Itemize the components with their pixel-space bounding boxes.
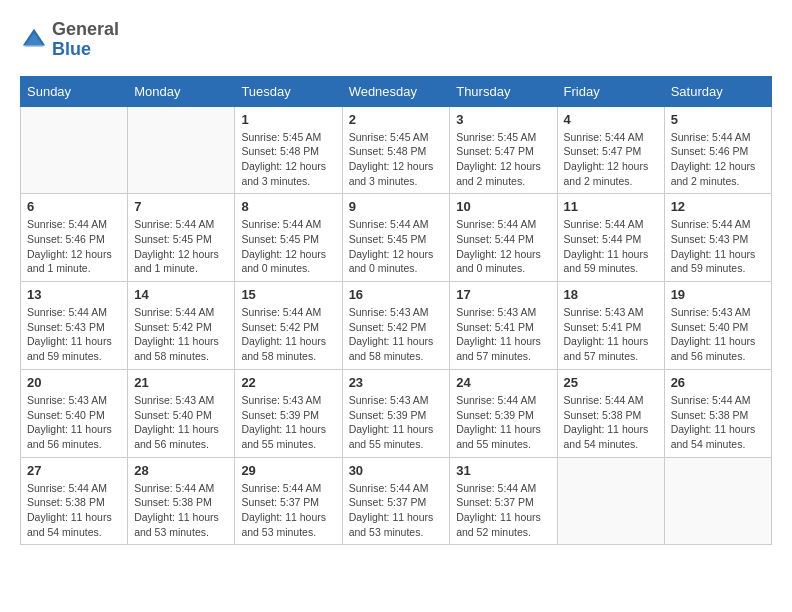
day-number: 9 bbox=[349, 199, 444, 214]
calendar-cell: 22Sunrise: 5:43 AM Sunset: 5:39 PM Dayli… bbox=[235, 369, 342, 457]
week-row-2: 6Sunrise: 5:44 AM Sunset: 5:46 PM Daylig… bbox=[21, 194, 772, 282]
calendar-cell: 24Sunrise: 5:44 AM Sunset: 5:39 PM Dayli… bbox=[450, 369, 557, 457]
day-info: Sunrise: 5:44 AM Sunset: 5:46 PM Dayligh… bbox=[671, 130, 765, 189]
calendar-cell: 4Sunrise: 5:44 AM Sunset: 5:47 PM Daylig… bbox=[557, 106, 664, 194]
day-info: Sunrise: 5:44 AM Sunset: 5:46 PM Dayligh… bbox=[27, 217, 121, 276]
day-number: 6 bbox=[27, 199, 121, 214]
calendar-cell: 14Sunrise: 5:44 AM Sunset: 5:42 PM Dayli… bbox=[128, 282, 235, 370]
day-number: 4 bbox=[564, 112, 658, 127]
day-number: 30 bbox=[349, 463, 444, 478]
calendar-cell: 28Sunrise: 5:44 AM Sunset: 5:38 PM Dayli… bbox=[128, 457, 235, 545]
day-info: Sunrise: 5:44 AM Sunset: 5:43 PM Dayligh… bbox=[27, 305, 121, 364]
weekday-header-row: SundayMondayTuesdayWednesdayThursdayFrid… bbox=[21, 76, 772, 106]
day-info: Sunrise: 5:44 AM Sunset: 5:44 PM Dayligh… bbox=[456, 217, 550, 276]
weekday-thursday: Thursday bbox=[450, 76, 557, 106]
calendar-cell: 26Sunrise: 5:44 AM Sunset: 5:38 PM Dayli… bbox=[664, 369, 771, 457]
weekday-wednesday: Wednesday bbox=[342, 76, 450, 106]
calendar-cell: 8Sunrise: 5:44 AM Sunset: 5:45 PM Daylig… bbox=[235, 194, 342, 282]
day-number: 3 bbox=[456, 112, 550, 127]
calendar-cell: 19Sunrise: 5:43 AM Sunset: 5:40 PM Dayli… bbox=[664, 282, 771, 370]
day-info: Sunrise: 5:44 AM Sunset: 5:45 PM Dayligh… bbox=[349, 217, 444, 276]
calendar-cell: 15Sunrise: 5:44 AM Sunset: 5:42 PM Dayli… bbox=[235, 282, 342, 370]
day-info: Sunrise: 5:43 AM Sunset: 5:39 PM Dayligh… bbox=[349, 393, 444, 452]
day-info: Sunrise: 5:44 AM Sunset: 5:38 PM Dayligh… bbox=[671, 393, 765, 452]
day-info: Sunrise: 5:43 AM Sunset: 5:42 PM Dayligh… bbox=[349, 305, 444, 364]
day-number: 15 bbox=[241, 287, 335, 302]
day-info: Sunrise: 5:44 AM Sunset: 5:45 PM Dayligh… bbox=[241, 217, 335, 276]
day-number: 23 bbox=[349, 375, 444, 390]
logo-icon bbox=[20, 26, 48, 54]
day-info: Sunrise: 5:45 AM Sunset: 5:48 PM Dayligh… bbox=[241, 130, 335, 189]
day-info: Sunrise: 5:44 AM Sunset: 5:47 PM Dayligh… bbox=[564, 130, 658, 189]
day-number: 20 bbox=[27, 375, 121, 390]
day-info: Sunrise: 5:44 AM Sunset: 5:37 PM Dayligh… bbox=[456, 481, 550, 540]
day-info: Sunrise: 5:44 AM Sunset: 5:38 PM Dayligh… bbox=[564, 393, 658, 452]
day-number: 18 bbox=[564, 287, 658, 302]
day-info: Sunrise: 5:44 AM Sunset: 5:44 PM Dayligh… bbox=[564, 217, 658, 276]
day-number: 24 bbox=[456, 375, 550, 390]
day-number: 22 bbox=[241, 375, 335, 390]
logo-blue: Blue bbox=[52, 39, 91, 59]
calendar-cell bbox=[21, 106, 128, 194]
calendar-cell: 12Sunrise: 5:44 AM Sunset: 5:43 PM Dayli… bbox=[664, 194, 771, 282]
calendar-cell: 30Sunrise: 5:44 AM Sunset: 5:37 PM Dayli… bbox=[342, 457, 450, 545]
calendar-cell: 27Sunrise: 5:44 AM Sunset: 5:38 PM Dayli… bbox=[21, 457, 128, 545]
calendar-cell bbox=[557, 457, 664, 545]
day-number: 5 bbox=[671, 112, 765, 127]
day-number: 28 bbox=[134, 463, 228, 478]
day-number: 2 bbox=[349, 112, 444, 127]
calendar-table: SundayMondayTuesdayWednesdayThursdayFrid… bbox=[20, 76, 772, 546]
calendar-cell: 3Sunrise: 5:45 AM Sunset: 5:47 PM Daylig… bbox=[450, 106, 557, 194]
day-number: 26 bbox=[671, 375, 765, 390]
day-number: 11 bbox=[564, 199, 658, 214]
week-row-4: 20Sunrise: 5:43 AM Sunset: 5:40 PM Dayli… bbox=[21, 369, 772, 457]
calendar-cell: 29Sunrise: 5:44 AM Sunset: 5:37 PM Dayli… bbox=[235, 457, 342, 545]
day-info: Sunrise: 5:44 AM Sunset: 5:42 PM Dayligh… bbox=[241, 305, 335, 364]
day-info: Sunrise: 5:44 AM Sunset: 5:38 PM Dayligh… bbox=[134, 481, 228, 540]
day-number: 1 bbox=[241, 112, 335, 127]
day-info: Sunrise: 5:43 AM Sunset: 5:39 PM Dayligh… bbox=[241, 393, 335, 452]
weekday-monday: Monday bbox=[128, 76, 235, 106]
day-info: Sunrise: 5:43 AM Sunset: 5:41 PM Dayligh… bbox=[564, 305, 658, 364]
calendar-cell: 11Sunrise: 5:44 AM Sunset: 5:44 PM Dayli… bbox=[557, 194, 664, 282]
calendar-cell: 31Sunrise: 5:44 AM Sunset: 5:37 PM Dayli… bbox=[450, 457, 557, 545]
calendar-cell: 7Sunrise: 5:44 AM Sunset: 5:45 PM Daylig… bbox=[128, 194, 235, 282]
calendar-cell: 18Sunrise: 5:43 AM Sunset: 5:41 PM Dayli… bbox=[557, 282, 664, 370]
calendar-cell: 23Sunrise: 5:43 AM Sunset: 5:39 PM Dayli… bbox=[342, 369, 450, 457]
week-row-5: 27Sunrise: 5:44 AM Sunset: 5:38 PM Dayli… bbox=[21, 457, 772, 545]
calendar-cell: 6Sunrise: 5:44 AM Sunset: 5:46 PM Daylig… bbox=[21, 194, 128, 282]
day-number: 12 bbox=[671, 199, 765, 214]
calendar-cell: 10Sunrise: 5:44 AM Sunset: 5:44 PM Dayli… bbox=[450, 194, 557, 282]
calendar-cell: 20Sunrise: 5:43 AM Sunset: 5:40 PM Dayli… bbox=[21, 369, 128, 457]
day-number: 16 bbox=[349, 287, 444, 302]
day-info: Sunrise: 5:43 AM Sunset: 5:41 PM Dayligh… bbox=[456, 305, 550, 364]
day-number: 10 bbox=[456, 199, 550, 214]
day-number: 21 bbox=[134, 375, 228, 390]
day-info: Sunrise: 5:44 AM Sunset: 5:37 PM Dayligh… bbox=[241, 481, 335, 540]
calendar-cell: 1Sunrise: 5:45 AM Sunset: 5:48 PM Daylig… bbox=[235, 106, 342, 194]
weekday-friday: Friday bbox=[557, 76, 664, 106]
day-info: Sunrise: 5:44 AM Sunset: 5:45 PM Dayligh… bbox=[134, 217, 228, 276]
day-info: Sunrise: 5:44 AM Sunset: 5:39 PM Dayligh… bbox=[456, 393, 550, 452]
day-info: Sunrise: 5:44 AM Sunset: 5:38 PM Dayligh… bbox=[27, 481, 121, 540]
calendar-cell: 9Sunrise: 5:44 AM Sunset: 5:45 PM Daylig… bbox=[342, 194, 450, 282]
day-info: Sunrise: 5:43 AM Sunset: 5:40 PM Dayligh… bbox=[671, 305, 765, 364]
calendar-cell: 25Sunrise: 5:44 AM Sunset: 5:38 PM Dayli… bbox=[557, 369, 664, 457]
day-number: 14 bbox=[134, 287, 228, 302]
calendar-cell bbox=[664, 457, 771, 545]
calendar-cell: 17Sunrise: 5:43 AM Sunset: 5:41 PM Dayli… bbox=[450, 282, 557, 370]
day-info: Sunrise: 5:44 AM Sunset: 5:43 PM Dayligh… bbox=[671, 217, 765, 276]
calendar-cell: 5Sunrise: 5:44 AM Sunset: 5:46 PM Daylig… bbox=[664, 106, 771, 194]
day-number: 17 bbox=[456, 287, 550, 302]
day-number: 13 bbox=[27, 287, 121, 302]
logo-general: General bbox=[52, 19, 119, 39]
day-number: 8 bbox=[241, 199, 335, 214]
day-number: 27 bbox=[27, 463, 121, 478]
day-number: 25 bbox=[564, 375, 658, 390]
logo: General Blue bbox=[20, 20, 119, 60]
calendar-cell bbox=[128, 106, 235, 194]
day-info: Sunrise: 5:43 AM Sunset: 5:40 PM Dayligh… bbox=[27, 393, 121, 452]
calendar-cell: 21Sunrise: 5:43 AM Sunset: 5:40 PM Dayli… bbox=[128, 369, 235, 457]
day-number: 7 bbox=[134, 199, 228, 214]
page-header: General Blue bbox=[20, 20, 772, 60]
